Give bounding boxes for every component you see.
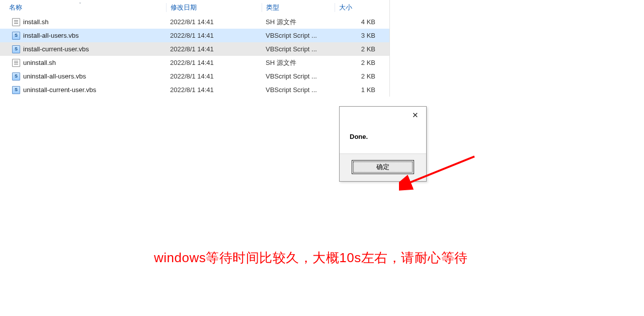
file-row[interactable]: install-all-users.vbs2022/8/1 14:41VBScr… bbox=[0, 29, 389, 42]
dialog-titlebar[interactable]: ✕ bbox=[340, 107, 426, 124]
vbs-file-icon bbox=[12, 32, 20, 40]
column-header-date[interactable]: 修改日期 bbox=[166, 3, 262, 12]
dialog-message: Done. bbox=[340, 124, 426, 153]
column-header-name[interactable]: 名称 ˅ bbox=[0, 3, 166, 12]
vbs-file-icon bbox=[12, 72, 20, 81]
column-header-size[interactable]: 大小 bbox=[335, 3, 382, 12]
file-name: uninstall-all-users.vbs bbox=[23, 72, 86, 80]
close-icon[interactable]: ✕ bbox=[408, 109, 422, 121]
ok-button[interactable]: 确定 bbox=[352, 160, 414, 174]
file-size: 4 KB bbox=[335, 18, 382, 26]
file-date: 2022/8/1 14:41 bbox=[166, 32, 262, 39]
message-dialog: ✕ Done. 确定 bbox=[339, 106, 427, 182]
file-type: VBScript Script ... bbox=[262, 86, 335, 94]
file-row[interactable]: install.sh2022/8/1 14:41SH 源文件4 KB bbox=[0, 15, 389, 29]
file-rows: install.sh2022/8/1 14:41SH 源文件4 KBinstal… bbox=[0, 15, 389, 97]
file-size: 2 KB bbox=[335, 59, 382, 66]
file-row[interactable]: uninstall-all-users.vbs2022/8/1 14:41VBS… bbox=[0, 69, 389, 83]
file-date: 2022/8/1 14:41 bbox=[166, 86, 262, 94]
annotation-caption: windows等待时间比较久，大概10s左右，请耐心等待 bbox=[154, 249, 468, 267]
file-name: uninstall.sh bbox=[23, 59, 56, 66]
file-type: VBScript Script ... bbox=[262, 72, 335, 80]
file-list-pane: 名称 ˅ 修改日期 类型 大小 install.sh2022/8/1 14:41… bbox=[0, 0, 390, 97]
file-type: VBScript Script ... bbox=[262, 45, 335, 53]
file-name: install.sh bbox=[23, 18, 49, 26]
vbs-file-icon bbox=[12, 86, 20, 94]
vbs-file-icon bbox=[12, 45, 20, 53]
file-date: 2022/8/1 14:41 bbox=[166, 72, 262, 80]
file-size: 3 KB bbox=[335, 32, 382, 39]
file-date: 2022/8/1 14:41 bbox=[166, 59, 262, 66]
file-date: 2022/8/1 14:41 bbox=[166, 18, 262, 26]
file-type: SH 源文件 bbox=[262, 58, 335, 67]
file-size: 1 KB bbox=[335, 86, 382, 94]
sh-file-icon bbox=[12, 18, 20, 26]
file-name: install-all-users.vbs bbox=[23, 32, 79, 39]
file-date: 2022/8/1 14:41 bbox=[166, 45, 262, 53]
file-name: uninstall-current-user.vbs bbox=[23, 86, 96, 94]
file-size: 2 KB bbox=[335, 45, 382, 53]
file-size: 2 KB bbox=[335, 72, 382, 80]
file-row[interactable]: uninstall.sh2022/8/1 14:41SH 源文件2 KB bbox=[0, 56, 389, 69]
dialog-footer: 确定 bbox=[340, 153, 426, 181]
file-type: VBScript Script ... bbox=[262, 32, 335, 39]
file-name: install-current-user.vbs bbox=[23, 45, 89, 53]
column-header-row: 名称 ˅ 修改日期 类型 大小 bbox=[0, 0, 389, 15]
file-row[interactable]: uninstall-current-user.vbs2022/8/1 14:41… bbox=[0, 83, 389, 97]
sort-indicator-icon: ˅ bbox=[79, 2, 82, 7]
file-type: SH 源文件 bbox=[262, 18, 335, 27]
file-row[interactable]: install-current-user.vbs2022/8/1 14:41VB… bbox=[0, 42, 389, 56]
column-header-type[interactable]: 类型 bbox=[262, 3, 335, 12]
column-header-name-label: 名称 bbox=[9, 4, 22, 11]
sh-file-icon bbox=[12, 59, 20, 67]
